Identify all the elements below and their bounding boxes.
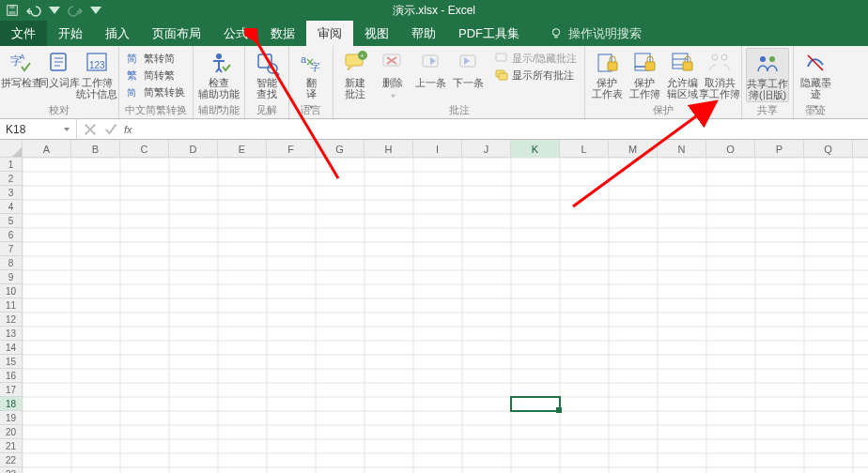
delete-comment-button[interactable]: 删除: [375, 48, 411, 102]
hide-ink-button[interactable]: 隐藏墨 迹: [798, 48, 833, 102]
column-header[interactable]: Q: [804, 140, 853, 158]
cancel-icon[interactable]: [83, 122, 98, 137]
row-header[interactable]: 5: [0, 214, 22, 228]
show-hide-comment-button[interactable]: 显示/隐藏批注: [491, 50, 581, 67]
redo-icon[interactable]: [68, 3, 83, 18]
next-comment-button[interactable]: 下一条: [450, 48, 486, 102]
svg-rect-37: [645, 62, 655, 70]
column-header[interactable]: G: [316, 140, 364, 158]
row-header[interactable]: 17: [0, 383, 22, 397]
thesaurus-icon: [46, 50, 72, 76]
cells-area[interactable]: [23, 158, 868, 473]
column-header[interactable]: P: [755, 140, 804, 158]
name-box[interactable]: K18: [0, 119, 77, 139]
column-header[interactable]: L: [560, 140, 609, 158]
share-workbook-legacy-button[interactable]: 共享工作 簿(旧版): [746, 48, 789, 102]
tab-formulas[interactable]: 公式: [212, 21, 259, 46]
row-header[interactable]: 23: [0, 467, 22, 473]
row-header[interactable]: 8: [0, 256, 22, 270]
unshare-workbook-button[interactable]: 取消共 享工作簿: [702, 48, 737, 102]
row-header[interactable]: 12: [0, 313, 22, 327]
column-header[interactable]: B: [71, 140, 120, 158]
row-header[interactable]: 21: [0, 439, 22, 453]
tab-pagelayout[interactable]: 页面布局: [141, 21, 212, 46]
column-headers[interactable]: ABCDEFGHIJKLMNOPQ: [23, 140, 868, 158]
new-comment-button[interactable]: + 新建 批注: [337, 48, 373, 102]
name-box-dropdown-icon[interactable]: [63, 123, 70, 136]
row-header[interactable]: 22: [0, 453, 22, 467]
trad-to-simp-button[interactable]: 简 繁转简: [123, 50, 189, 67]
allow-edit-ranges-button[interactable]: 允许编 辑区域: [664, 48, 700, 102]
tab-pdf[interactable]: PDF工具集: [447, 21, 531, 46]
accessibility-check-button[interactable]: 检查 辅助功能: [197, 48, 240, 102]
tab-home[interactable]: 开始: [47, 21, 94, 46]
tab-file[interactable]: 文件: [0, 21, 47, 46]
tab-review[interactable]: 审阅: [306, 21, 353, 46]
column-header[interactable]: A: [23, 140, 71, 158]
row-header[interactable]: 9: [0, 270, 22, 284]
row-headers[interactable]: 1234567891011121314151617181920212223: [0, 158, 23, 473]
row-header[interactable]: 18: [0, 397, 22, 411]
row-header[interactable]: 13: [0, 327, 22, 341]
group-chinese-conv: 简 繁转简 繁 简转繁 简 简繁转换 中文简繁转换: [119, 46, 194, 118]
unshare-workbook-icon: [706, 50, 733, 76]
protect-sheet-button[interactable]: 保护 工作表: [589, 48, 625, 102]
column-header[interactable]: I: [413, 140, 462, 158]
title-bar: 演示.xlsx - Excel: [0, 0, 868, 21]
fx-icon[interactable]: fx: [124, 124, 139, 135]
undo-dropdown-icon[interactable]: [47, 3, 62, 18]
qat-customize-icon[interactable]: [88, 3, 103, 18]
column-header[interactable]: F: [267, 140, 316, 158]
svg-rect-34: [608, 62, 617, 70]
row-header[interactable]: 6: [0, 228, 22, 242]
row-header[interactable]: 1: [0, 158, 22, 172]
formula-input[interactable]: [145, 119, 868, 139]
column-header[interactable]: C: [120, 140, 169, 158]
row-header[interactable]: 19: [0, 411, 22, 425]
prev-comment-button[interactable]: 上一条: [412, 48, 448, 102]
row-header[interactable]: 20: [0, 425, 22, 439]
column-header[interactable]: E: [218, 140, 267, 158]
column-header[interactable]: J: [462, 140, 511, 158]
show-all-comments-button[interactable]: 显示所有批注: [491, 67, 581, 84]
thesaurus-button[interactable]: 同义词库: [41, 48, 77, 102]
spell-check-button[interactable]: 字A 拼写检查: [4, 48, 39, 102]
smart-lookup-button[interactable]: 智能 查找: [249, 48, 285, 102]
protect-workbook-icon: [631, 50, 658, 76]
prev-comment-icon: [417, 50, 443, 76]
row-header[interactable]: 11: [0, 298, 22, 313]
row-header[interactable]: 7: [0, 242, 22, 256]
simp-to-trad-button[interactable]: 繁 简转繁: [123, 67, 189, 84]
column-header[interactable]: N: [658, 140, 706, 158]
group-language: a字 翻 译 语言: [289, 46, 333, 118]
protect-workbook-button[interactable]: 保护 工作簿: [627, 48, 662, 102]
tell-me-search[interactable]: 操作说明搜索: [538, 21, 653, 46]
row-header[interactable]: 10: [0, 284, 22, 298]
column-header[interactable]: H: [364, 140, 413, 158]
column-header[interactable]: O: [706, 140, 755, 158]
chinese-convert-button[interactable]: 简 简繁转换: [123, 84, 189, 100]
group-chinese-conv-label: 中文简繁转换: [123, 103, 189, 118]
tab-data[interactable]: 数据: [259, 21, 306, 46]
undo-icon[interactable]: [26, 3, 41, 18]
tab-insert[interactable]: 插入: [94, 21, 141, 46]
app-save-icon[interactable]: [6, 4, 19, 17]
row-header[interactable]: 3: [0, 186, 22, 200]
tab-help[interactable]: 帮助: [400, 21, 447, 46]
translate-button[interactable]: a字 翻 译: [293, 48, 329, 102]
row-header[interactable]: 14: [0, 341, 22, 355]
sheet-grid[interactable]: ABCDEFGHIJKLMNOPQ 1234567891011121314151…: [0, 140, 868, 473]
workbook-stats-button[interactable]: 123 工作簿 统计信息: [79, 48, 115, 102]
enter-icon[interactable]: [103, 122, 118, 137]
row-header[interactable]: 4: [0, 200, 22, 214]
column-header[interactable]: M: [609, 140, 658, 158]
formula-bar: K18 fx: [0, 119, 868, 140]
select-all-corner[interactable]: [0, 140, 23, 158]
row-header[interactable]: 15: [0, 355, 22, 369]
allow-edit-ranges-icon: [669, 50, 695, 76]
row-header[interactable]: 16: [0, 369, 22, 383]
column-header[interactable]: D: [169, 140, 218, 158]
tab-view[interactable]: 视图: [353, 21, 400, 46]
column-header[interactable]: K: [511, 140, 560, 158]
row-header[interactable]: 2: [0, 172, 22, 186]
